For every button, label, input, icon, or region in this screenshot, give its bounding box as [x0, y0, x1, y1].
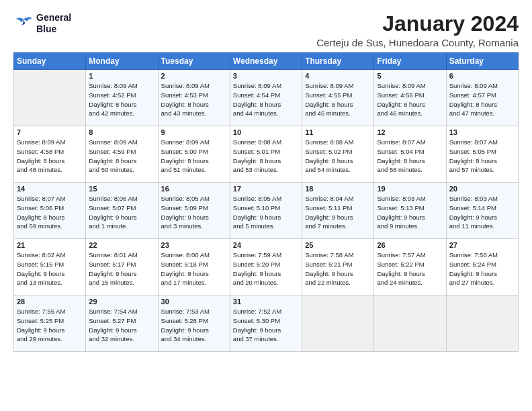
calendar-cell: 19Sunrise: 8:03 AMSunset: 5:13 PMDayligh…	[374, 183, 446, 239]
calendar-cell: 30Sunrise: 7:53 AMSunset: 5:28 PMDayligh…	[158, 295, 230, 352]
day-info: Sunrise: 7:55 AMSunset: 5:25 PMDaylight:…	[17, 307, 83, 344]
day-number: 28	[17, 298, 83, 306]
calendar-cell: 27Sunrise: 7:56 AMSunset: 5:24 PMDayligh…	[446, 239, 518, 295]
day-number: 17	[233, 185, 299, 193]
day-number: 13	[449, 128, 515, 136]
day-info: Sunrise: 8:09 AMSunset: 4:58 PMDaylight:…	[17, 138, 83, 175]
calendar-cell: 12Sunrise: 8:07 AMSunset: 5:04 PMDayligh…	[374, 126, 446, 183]
day-info: Sunrise: 8:03 AMSunset: 5:13 PMDaylight:…	[377, 194, 443, 231]
day-info: Sunrise: 8:01 AMSunset: 5:17 PMDaylight:…	[89, 250, 154, 287]
day-info: Sunrise: 8:09 AMSunset: 4:52 PMDaylight:…	[89, 81, 154, 118]
header: General Blue January 2024 Certeju de Sus…	[13, 12, 519, 48]
day-info: Sunrise: 7:59 AMSunset: 5:20 PMDaylight:…	[233, 250, 299, 287]
day-info: Sunrise: 7:53 AMSunset: 5:28 PMDaylight:…	[161, 307, 227, 344]
calendar-cell: 2Sunrise: 8:09 AMSunset: 4:53 PMDaylight…	[158, 70, 230, 126]
day-number: 15	[89, 185, 154, 193]
calendar-cell: 16Sunrise: 8:05 AMSunset: 5:09 PMDayligh…	[158, 183, 230, 239]
calendar-cell	[446, 295, 518, 352]
day-info: Sunrise: 7:52 AMSunset: 5:30 PMDaylight:…	[233, 307, 299, 344]
day-number: 20	[449, 185, 515, 193]
day-info: Sunrise: 8:08 AMSunset: 5:01 PMDaylight:…	[233, 138, 299, 175]
day-number: 23	[161, 241, 227, 249]
calendar-cell: 3Sunrise: 8:09 AMSunset: 4:54 PMDaylight…	[230, 70, 302, 126]
day-number: 4	[305, 72, 371, 80]
day-number: 14	[17, 185, 83, 193]
week-row-2: 14Sunrise: 8:07 AMSunset: 5:06 PMDayligh…	[14, 183, 519, 239]
day-number: 3	[233, 72, 299, 80]
day-number: 27	[449, 241, 515, 249]
header-saturday: Saturday	[446, 53, 518, 70]
day-info: Sunrise: 8:09 AMSunset: 4:59 PMDaylight:…	[89, 138, 154, 175]
day-number: 16	[161, 185, 227, 193]
day-number: 30	[161, 298, 227, 306]
calendar-cell: 15Sunrise: 8:06 AMSunset: 5:07 PMDayligh…	[86, 183, 158, 239]
calendar-cell: 9Sunrise: 8:09 AMSunset: 5:00 PMDaylight…	[158, 126, 230, 183]
logo-icon	[13, 16, 34, 31]
header-monday: Monday	[86, 53, 158, 70]
day-number: 1	[89, 72, 154, 80]
day-number: 25	[305, 241, 371, 249]
day-info: Sunrise: 8:09 AMSunset: 4:56 PMDaylight:…	[377, 81, 443, 118]
day-info: Sunrise: 7:56 AMSunset: 5:24 PMDaylight:…	[449, 250, 515, 287]
day-info: Sunrise: 8:04 AMSunset: 5:11 PMDaylight:…	[305, 194, 371, 231]
day-info: Sunrise: 8:09 AMSunset: 5:00 PMDaylight:…	[161, 138, 227, 175]
day-number: 11	[305, 128, 371, 136]
week-row-0: 1Sunrise: 8:09 AMSunset: 4:52 PMDaylight…	[14, 70, 519, 126]
day-number: 29	[89, 298, 154, 306]
day-info: Sunrise: 8:03 AMSunset: 5:14 PMDaylight:…	[449, 194, 515, 231]
day-info: Sunrise: 8:07 AMSunset: 5:05 PMDaylight:…	[449, 138, 515, 175]
day-info: Sunrise: 7:58 AMSunset: 5:21 PMDaylight:…	[305, 250, 371, 287]
calendar-cell: 21Sunrise: 8:02 AMSunset: 5:15 PMDayligh…	[14, 239, 86, 295]
calendar-cell: 14Sunrise: 8:07 AMSunset: 5:06 PMDayligh…	[14, 183, 86, 239]
day-number: 7	[17, 128, 83, 136]
calendar-cell: 6Sunrise: 8:09 AMSunset: 4:57 PMDaylight…	[446, 70, 518, 126]
logo: General Blue	[13, 12, 71, 35]
calendar-cell: 25Sunrise: 7:58 AMSunset: 5:21 PMDayligh…	[302, 239, 374, 295]
day-number: 24	[233, 241, 299, 249]
day-number: 8	[89, 128, 154, 136]
calendar-cell: 10Sunrise: 8:08 AMSunset: 5:01 PMDayligh…	[230, 126, 302, 183]
day-number: 22	[89, 241, 154, 249]
day-number: 6	[449, 72, 515, 80]
week-row-4: 28Sunrise: 7:55 AMSunset: 5:25 PMDayligh…	[14, 295, 519, 352]
header-friday: Friday	[374, 53, 446, 70]
calendar-cell: 11Sunrise: 8:08 AMSunset: 5:02 PMDayligh…	[302, 126, 374, 183]
calendar-cell: 29Sunrise: 7:54 AMSunset: 5:27 PMDayligh…	[86, 295, 158, 352]
day-number: 21	[17, 241, 83, 249]
day-info: Sunrise: 7:57 AMSunset: 5:22 PMDaylight:…	[377, 250, 443, 287]
day-info: Sunrise: 8:09 AMSunset: 4:53 PMDaylight:…	[161, 81, 227, 118]
calendar-cell: 24Sunrise: 7:59 AMSunset: 5:20 PMDayligh…	[230, 239, 302, 295]
title-block: January 2024 Certeju de Sus, Hunedoara C…	[316, 12, 519, 48]
day-info: Sunrise: 8:07 AMSunset: 5:06 PMDaylight:…	[17, 194, 83, 231]
week-row-1: 7Sunrise: 8:09 AMSunset: 4:58 PMDaylight…	[14, 126, 519, 183]
calendar-cell: 28Sunrise: 7:55 AMSunset: 5:25 PMDayligh…	[14, 295, 86, 352]
day-number: 26	[377, 241, 443, 249]
day-info: Sunrise: 8:00 AMSunset: 5:18 PMDaylight:…	[161, 250, 227, 287]
day-number: 31	[233, 298, 299, 306]
calendar-cell: 17Sunrise: 8:05 AMSunset: 5:10 PMDayligh…	[230, 183, 302, 239]
day-info: Sunrise: 8:09 AMSunset: 4:54 PMDaylight:…	[233, 81, 299, 118]
day-number: 19	[377, 185, 443, 193]
header-thursday: Thursday	[302, 53, 374, 70]
calendar-cell: 8Sunrise: 8:09 AMSunset: 4:59 PMDaylight…	[86, 126, 158, 183]
header-tuesday: Tuesday	[158, 53, 230, 70]
day-info: Sunrise: 8:02 AMSunset: 5:15 PMDaylight:…	[17, 250, 83, 287]
day-number: 10	[233, 128, 299, 136]
week-row-3: 21Sunrise: 8:02 AMSunset: 5:15 PMDayligh…	[14, 239, 519, 295]
calendar-cell: 31Sunrise: 7:52 AMSunset: 5:30 PMDayligh…	[230, 295, 302, 352]
day-info: Sunrise: 8:09 AMSunset: 4:57 PMDaylight:…	[449, 81, 515, 118]
calendar-cell: 22Sunrise: 8:01 AMSunset: 5:17 PMDayligh…	[86, 239, 158, 295]
calendar-table: Sunday Monday Tuesday Wednesday Thursday…	[13, 52, 519, 352]
calendar-cell	[302, 295, 374, 352]
day-info: Sunrise: 8:05 AMSunset: 5:09 PMDaylight:…	[161, 194, 227, 231]
page: General Blue January 2024 Certeju de Sus…	[0, 0, 532, 411]
logo-text: General Blue	[36, 12, 71, 35]
calendar-cell: 26Sunrise: 7:57 AMSunset: 5:22 PMDayligh…	[374, 239, 446, 295]
calendar-cell: 5Sunrise: 8:09 AMSunset: 4:56 PMDaylight…	[374, 70, 446, 126]
day-info: Sunrise: 8:06 AMSunset: 5:07 PMDaylight:…	[89, 194, 154, 231]
day-info: Sunrise: 8:08 AMSunset: 5:02 PMDaylight:…	[305, 138, 371, 175]
weekday-header-row: Sunday Monday Tuesday Wednesday Thursday…	[14, 53, 519, 70]
header-wednesday: Wednesday	[230, 53, 302, 70]
day-number: 5	[377, 72, 443, 80]
day-info: Sunrise: 7:54 AMSunset: 5:27 PMDaylight:…	[89, 307, 154, 344]
